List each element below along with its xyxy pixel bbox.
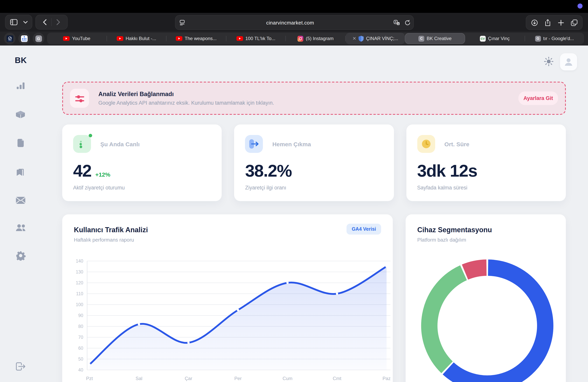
g-favicon: G	[35, 35, 42, 42]
tab-label: YouTube	[72, 36, 90, 41]
bar-chart-icon[interactable]	[16, 81, 25, 92]
back-button[interactable]	[38, 15, 51, 29]
stat-title: Ort. Süre	[444, 141, 469, 147]
stat-caption: Sayfada kalma süresi	[417, 185, 555, 191]
tab-favicon: C	[419, 36, 424, 42]
url-text[interactable]: cinarvincmarket.com	[189, 20, 392, 25]
document-icon[interactable]	[16, 139, 25, 150]
alert-subtitle: Google Analytics API anahtarınız eksik. …	[98, 100, 518, 106]
svg-text:110: 110	[76, 291, 83, 296]
tab-active[interactable]: CBK Creative	[405, 33, 465, 44]
svg-text:Paz: Paz	[382, 376, 390, 381]
svg-text:120: 120	[76, 280, 83, 285]
dashboard-page: BK	[0, 45, 588, 382]
new-tab-button[interactable]	[554, 16, 567, 30]
chart-title: Cihaz Segmentasyonu	[417, 226, 554, 234]
close-icon[interactable]: ✕	[352, 36, 356, 41]
tab-favicon	[176, 36, 182, 41]
address-bar[interactable]: cinarvincmarket.com A a	[175, 15, 414, 30]
page-format-icon[interactable]	[175, 20, 189, 25]
live-activity-icon	[73, 135, 91, 153]
forward-button[interactable]	[52, 15, 65, 29]
stat-caption: Aktif ziyaretçi oturumu	[73, 185, 211, 191]
ga4-badge[interactable]: GA4 Verisi	[347, 224, 381, 234]
sidebar-toggle-button[interactable]	[7, 15, 20, 29]
downloads-button[interactable]	[528, 16, 541, 30]
stat-title: Hemen Çıkma	[273, 141, 311, 147]
online-dot	[89, 134, 92, 137]
pinned-tab[interactable]: G	[33, 33, 44, 44]
exit-arrow-icon	[245, 135, 263, 153]
share-icon[interactable]	[541, 16, 554, 30]
chart-title: Kullanıcı Trafik Analizi	[74, 226, 381, 234]
sidebar-nav	[16, 81, 26, 262]
brand-logo: BK	[15, 56, 27, 65]
svg-text:Per: Per	[234, 376, 242, 381]
go-to-settings-button[interactable]: Ayarlara Git	[518, 91, 558, 105]
cv-favicon: CV	[480, 36, 486, 42]
box-icon[interactable]	[16, 110, 26, 121]
logout-icon[interactable]	[16, 362, 26, 373]
charts-row: Kullanıcı Trafik Analizi Haftalık perfor…	[62, 214, 566, 382]
tab-favicon	[236, 36, 243, 41]
avg-duration-card: Ort. Süre 3dk 12s Sayfada kalma süresi	[406, 125, 566, 201]
theme-toggle-sun-icon[interactable]	[544, 56, 554, 68]
line-chart: 405060708090100110120130140PztSalÇarPerC…	[62, 255, 393, 382]
stat-delta: +12%	[95, 171, 110, 178]
svg-text:40: 40	[78, 367, 83, 372]
stat-value: 38.2%	[245, 162, 383, 179]
pinned-tab[interactable]	[4, 33, 16, 44]
svg-text:80: 80	[78, 324, 83, 329]
mail-icon[interactable]	[16, 196, 26, 206]
svg-text:130: 130	[76, 269, 83, 275]
tab-favicon: G	[535, 36, 541, 42]
purple-indicator-dot	[578, 3, 583, 9]
tab[interactable]: (5) Instagram	[286, 33, 345, 44]
stat-value: 3dk 12s	[417, 162, 555, 179]
tab-label: tır - Google'd...	[543, 36, 574, 41]
stat-title: Şu Anda Canlı	[100, 141, 140, 147]
svg-text:90: 90	[78, 313, 83, 318]
tab-label: (5) Instagram	[306, 36, 334, 41]
tab-favicon	[359, 36, 364, 42]
gear-icon[interactable]	[16, 251, 25, 262]
tab[interactable]: 100 TL'lık To...	[226, 33, 285, 44]
tab[interactable]: YouTube	[47, 33, 106, 44]
tab-bar: filmkidGYouTubeHakkı Bulut -...The weapo…	[0, 32, 588, 45]
tab-group: YouTubeHakkı Bulut -...The weapons...100…	[47, 33, 584, 44]
device-segmentation-card: Cihaz Segmentasyonu Platform bazlı dağıl…	[406, 214, 566, 382]
tab-label: Hakkı Bulut -...	[126, 36, 156, 41]
users-icon[interactable]	[15, 224, 26, 233]
tab-favicon: CV	[480, 36, 486, 42]
tab-label: ÇINAR VİNÇ;...	[366, 36, 398, 41]
translate-icon[interactable]: A a	[392, 20, 402, 25]
g-favicon: G	[535, 36, 541, 42]
chevron-down-icon[interactable]	[20, 15, 30, 29]
svg-text:140: 140	[76, 258, 83, 264]
svg-text:a: a	[398, 22, 399, 25]
tab[interactable]: CVÇınar Vinç	[465, 33, 525, 44]
tab-overview-button[interactable]	[567, 16, 581, 30]
tab-label: BK Creative	[427, 36, 452, 41]
reload-icon[interactable]	[402, 20, 413, 25]
svg-text:Pzt: Pzt	[86, 376, 93, 381]
chart-subtitle: Haftalık performans raporu	[74, 237, 381, 243]
svg-text:60: 60	[78, 346, 83, 351]
user-avatar[interactable]	[560, 53, 577, 70]
tab[interactable]: Hakkı Bulut -...	[107, 33, 166, 44]
traffic-chart-card: Kullanıcı Trafik Analizi Haftalık perfor…	[62, 214, 393, 382]
tab[interactable]: Gtır - Google'd...	[525, 33, 584, 44]
bookmark-icon[interactable]	[16, 168, 25, 179]
tab[interactable]: ✕ÇINAR VİNÇ;...	[346, 33, 405, 44]
svg-text:70: 70	[78, 335, 83, 340]
alert-title: Analiz Verileri Bağlanmadı	[98, 91, 518, 98]
system-menubar	[0, 0, 588, 13]
tab-favicon	[117, 36, 123, 41]
svg-text:Cum: Cum	[283, 376, 293, 381]
analytics-alert-banner: Analiz Verileri Bağlanmadı Google Analyt…	[62, 82, 566, 115]
bounce-rate-card: Hemen Çıkma 38.2% Ziyaretçi ilgi oranı	[234, 125, 394, 201]
pinned-tab[interactable]: filmkid	[18, 33, 30, 44]
donut-chart	[406, 242, 566, 382]
tab[interactable]: The weapons...	[167, 33, 226, 44]
tab-label: The weapons...	[185, 36, 217, 41]
